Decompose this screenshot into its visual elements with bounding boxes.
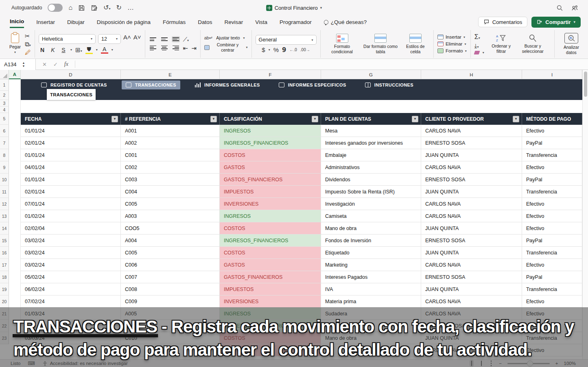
autosum-icon[interactable]: Σ▾ bbox=[474, 33, 484, 41]
clear-button[interactable]: ▾ bbox=[474, 51, 484, 54]
filter-dropdown-icon[interactable]: ▼ bbox=[312, 116, 318, 122]
cell-metodo-pago[interactable]: Efectivo bbox=[522, 222, 582, 235]
cell-fecha[interactable]: 01/01/24 bbox=[21, 174, 121, 186]
cell-clasificacion[interactable]: IMPUESTOS bbox=[220, 186, 321, 198]
nav-informes-generales[interactable]: INFORMES GENERALES bbox=[191, 80, 264, 89]
cell-fecha[interactable]: 02/01/24 bbox=[21, 186, 121, 198]
cell-clasificacion[interactable]: INGRESOS_FINANCIEROS bbox=[220, 137, 321, 149]
cell-cliente-proveedor[interactable]: CARLOS NAVA bbox=[421, 344, 522, 356]
row-header-13[interactable]: 13 bbox=[0, 210, 9, 222]
vertical-scrollbar[interactable] bbox=[582, 70, 588, 359]
ribbon-tab-insertar[interactable]: Insertar bbox=[36, 17, 55, 28]
cell-metodo-pago[interactable]: Transferencia bbox=[522, 332, 582, 344]
column-header-I[interactable]: I bbox=[522, 70, 582, 79]
cell-referencia[interactable]: C005 bbox=[121, 198, 220, 210]
cell-cliente-proveedor[interactable]: CARLOS NAVA bbox=[421, 125, 522, 137]
cell-clasificacion[interactable]: INGRESOS bbox=[220, 125, 321, 137]
conditional-formatting-button[interactable]: Formato condicional bbox=[324, 33, 360, 54]
cell-cliente-proveedor[interactable]: CARLOS NAVA bbox=[421, 308, 522, 320]
nav-informes-especificos[interactable]: INFORMES ESPECIFICOS bbox=[275, 80, 350, 89]
column-header-E[interactable]: E bbox=[121, 70, 220, 79]
cell-referencia[interactable] bbox=[121, 320, 220, 332]
cell-referencia[interactable]: C003 bbox=[121, 174, 220, 186]
name-box-spinner[interactable]: ▲▼ bbox=[22, 61, 25, 67]
ribbon-tab-dibujar[interactable]: Dibujar bbox=[67, 17, 85, 28]
cell-fecha[interactable]: 05/02/24 bbox=[21, 271, 121, 283]
cell-cliente-proveedor[interactable]: JUAN QUINTA bbox=[421, 186, 522, 198]
row-header-3[interactable]: 3 bbox=[0, 100, 9, 106]
more-commands-icon[interactable]: … bbox=[127, 4, 134, 11]
cell-metodo-pago[interactable] bbox=[522, 320, 582, 332]
cell-clasificacion[interactable] bbox=[220, 344, 321, 356]
cell-clasificacion[interactable]: INGRESOS bbox=[220, 210, 321, 222]
comments-button[interactable]: Comentarios bbox=[478, 17, 528, 27]
cell-referencia[interactable]: A002 bbox=[121, 137, 220, 149]
row-header-21[interactable]: 21 bbox=[0, 308, 9, 320]
cell-cliente-proveedor[interactable]: CARLOS NAVA bbox=[421, 295, 522, 308]
cell-clasificacion[interactable]: IMPUESTOS bbox=[220, 283, 321, 295]
cell-referencia[interactable]: A001 bbox=[121, 125, 220, 137]
row-header-19[interactable]: 19 bbox=[0, 283, 9, 295]
row-header-16[interactable]: 16 bbox=[0, 247, 9, 259]
filter-dropdown-icon[interactable]: ▼ bbox=[412, 116, 418, 122]
cell-fecha[interactable]: 01/01/24 bbox=[21, 149, 121, 161]
cell-plan-de-cuentas[interactable]: Mano de obra bbox=[321, 332, 421, 344]
cell-metodo-pago[interactable]: Efectivo bbox=[522, 344, 582, 356]
row-header-8[interactable]: 8 bbox=[0, 149, 9, 161]
cell-cliente-proveedor[interactable]: ERNESTO SOSA bbox=[421, 235, 522, 247]
cell-cliente-proveedor[interactable]: JUAN QUINTA bbox=[421, 332, 522, 344]
cell-metodo-pago[interactable]: Transferencia bbox=[522, 247, 582, 259]
cell-clasificacion[interactable]: COSTOS bbox=[220, 149, 321, 161]
ribbon-tab-fórmulas[interactable]: Fórmulas bbox=[163, 17, 186, 28]
column-header-A[interactable]: A bbox=[9, 70, 21, 79]
select-all-corner[interactable] bbox=[0, 70, 9, 79]
align-center-icon[interactable] bbox=[160, 44, 168, 52]
zoom-level[interactable]: 100% bbox=[564, 361, 576, 366]
row-header-22[interactable]: 22 bbox=[0, 320, 9, 332]
cell-referencia[interactable]: C002 bbox=[121, 161, 220, 174]
zoom-out-button[interactable]: − bbox=[499, 361, 502, 366]
redo-icon[interactable]: ↻ bbox=[116, 4, 122, 11]
decrease-font-icon[interactable]: A˅ bbox=[133, 34, 141, 44]
cell-plan-de-cuentas[interactable]: Dividendos bbox=[321, 174, 421, 186]
cell-clasificacion[interactable]: COSTOS bbox=[220, 222, 321, 235]
cell-clasificacion[interactable]: INVERSIONES bbox=[220, 295, 321, 308]
cell-referencia[interactable]: A003 bbox=[121, 210, 220, 222]
italic-button[interactable]: K bbox=[49, 47, 57, 53]
row-header-6[interactable]: 6 bbox=[0, 125, 9, 137]
cell-metodo-pago[interactable]: PayPal bbox=[522, 235, 582, 247]
sort-filter-button[interactable]: A Z Ordenar y filtrar bbox=[487, 33, 515, 54]
cell-plan-de-cuentas[interactable]: Administrativos bbox=[321, 161, 421, 174]
fill-down-icon[interactable]: ⤓▾ bbox=[474, 43, 484, 49]
column-header-G[interactable]: G bbox=[321, 70, 421, 79]
cell-referencia[interactable]: COO5 bbox=[121, 222, 220, 235]
share-button[interactable]: Compartir ▾ bbox=[531, 17, 581, 28]
font-color-icon[interactable]: A bbox=[101, 46, 108, 54]
cell-metodo-pago[interactable]: Transferencia bbox=[522, 186, 582, 198]
font-name-select[interactable]: Helvetica▾ bbox=[39, 34, 96, 44]
cell-cliente-proveedor[interactable]: CARLOS NAVA bbox=[421, 161, 522, 174]
row-header-17[interactable]: 17 bbox=[0, 259, 9, 271]
cell-cliente-proveedor[interactable]: JUAN QUINTA bbox=[421, 149, 522, 161]
row-header-23[interactable]: 23 bbox=[0, 332, 9, 344]
save-icon[interactable] bbox=[78, 4, 85, 11]
format-cells-button[interactable]: Formato▾ bbox=[437, 48, 467, 53]
filter-dropdown-icon[interactable]: ▼ bbox=[210, 116, 217, 122]
cell-plan-de-cuentas[interactable]: Marketing bbox=[321, 259, 421, 271]
cell-cliente-proveedor[interactable]: ERNESTO SOSA bbox=[421, 137, 522, 149]
cell-clasificacion[interactable]: GASTOS bbox=[220, 259, 321, 271]
tell-me-tab[interactable]: ¿Qué deseas? bbox=[324, 19, 367, 25]
column-header-F[interactable]: F bbox=[220, 70, 321, 79]
format-painter-icon[interactable]: 🖉 bbox=[25, 49, 31, 55]
cell-plan-de-cuentas[interactable]: Camiseta bbox=[321, 210, 421, 222]
cell-fecha[interactable]: 03/02/24 bbox=[21, 247, 121, 259]
percent-icon[interactable]: % bbox=[273, 47, 279, 53]
increase-font-icon[interactable]: A˄ bbox=[123, 34, 131, 44]
cell-plan-de-cuentas[interactable]: Investigación bbox=[321, 198, 421, 210]
cell-plan-de-cuentas[interactable]: IVA bbox=[321, 283, 421, 295]
cell-metodo-pago[interactable]: Efectivo bbox=[522, 161, 582, 174]
nav-instrucciones[interactable]: INSTRUCCIONES bbox=[361, 80, 418, 89]
ribbon-tab-revisar[interactable]: Revisar bbox=[224, 17, 243, 28]
cell-metodo-pago[interactable]: Efectivo bbox=[522, 198, 582, 210]
row-header-1[interactable]: 1 bbox=[0, 79, 9, 91]
